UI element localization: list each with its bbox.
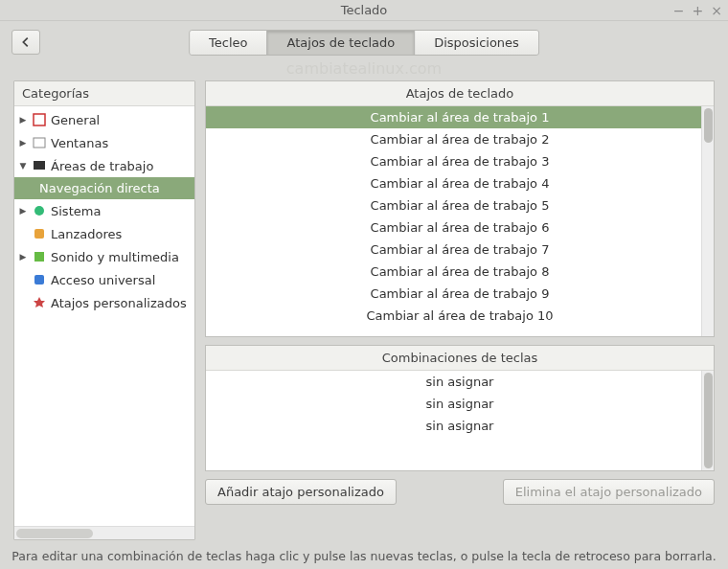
shortcut-row[interactable]: Cambiar al área de trabajo 5 <box>206 194 714 216</box>
sidebar-item-access[interactable]: Acceso universal <box>14 268 194 291</box>
tab-layouts[interactable]: Disposiciones <box>414 30 539 56</box>
chevron-right-icon: ▶ <box>18 252 28 262</box>
sidebar-item-label: Ventanas <box>51 136 108 150</box>
sidebar-item-direct-nav[interactable]: Navegación directa <box>14 177 194 199</box>
chevron-down-icon: ▼ <box>18 161 28 171</box>
shortcut-row[interactable]: Cambiar al área de trabajo 4 <box>206 172 714 194</box>
expander-spacer <box>18 298 28 307</box>
tab-shortcuts[interactable]: Atajos de teclado <box>267 30 416 56</box>
svg-rect-0 <box>34 114 45 125</box>
shortcut-row[interactable]: Cambiar al área de trabajo 10 <box>206 305 714 327</box>
combo-row[interactable]: sin asignar <box>206 393 714 415</box>
button-row: Añadir atajo personalizado Elimina el at… <box>205 479 715 505</box>
sidebar-item-launchers[interactable]: Lanzadores <box>14 222 194 245</box>
shortcuts-panel: Atajos de teclado Cambiar al área de tra… <box>205 80 715 337</box>
tab-typing[interactable]: Tecleo <box>189 30 267 56</box>
sidebar-item-sound[interactable]: ▶ Sonido y multimedia <box>14 245 194 268</box>
shortcut-row[interactable]: Cambiar al área de trabajo 6 <box>206 216 714 239</box>
shortcut-row[interactable]: Cambiar al área de trabajo 1 <box>206 106 714 128</box>
general-icon <box>32 112 47 127</box>
shortcut-row[interactable]: Cambiar al área de trabajo 8 <box>206 261 714 283</box>
sidebar-item-label: General <box>51 113 100 127</box>
right-column: Atajos de teclado Cambiar al área de tra… <box>205 80 715 540</box>
sidebar-item-general[interactable]: ▶ General <box>14 108 194 131</box>
shortcut-row[interactable]: Cambiar al área de trabajo 3 <box>206 150 714 172</box>
sidebar-item-label: Áreas de trabajo <box>51 159 153 173</box>
shortcuts-vertical-scrollbar[interactable] <box>701 106 714 336</box>
sidebar-item-custom[interactable]: Atajos personalizados <box>14 291 194 314</box>
sidebar-item-label: Sistema <box>51 204 101 218</box>
windows-icon <box>32 135 47 150</box>
toolbar: Tecleo Atajos de teclado Disposiciones <box>0 21 728 63</box>
shortcuts-header: Atajos de teclado <box>206 81 714 106</box>
combos-header: Combinaciones de teclas <box>206 346 714 371</box>
svg-rect-1 <box>34 138 45 148</box>
shortcut-row[interactable]: Cambiar al área de trabajo 7 <box>206 239 714 261</box>
sidebar-item-windows[interactable]: ▶ Ventanas <box>14 131 194 154</box>
shortcut-row[interactable]: Cambiar al área de trabajo 9 <box>206 283 714 305</box>
combos-vertical-scrollbar[interactable] <box>701 371 714 470</box>
back-arrow-icon <box>19 35 33 49</box>
sound-icon <box>32 249 47 264</box>
shortcut-row[interactable]: Cambiar al área de trabajo 2 <box>206 128 714 150</box>
chevron-right-icon: ▶ <box>18 206 28 216</box>
workspace-icon <box>32 158 47 173</box>
sidebar-item-workspaces[interactable]: ▼ Áreas de trabajo <box>14 154 194 177</box>
sidebar-item-label: Lanzadores <box>51 227 122 241</box>
sidebar-header: Categorías <box>14 81 194 106</box>
content: Categorías ▶ General ▶ Ventanas ▼ Áreas … <box>13 80 715 540</box>
combos-list: sin asignar sin asignar sin asignar <box>206 371 714 470</box>
combo-row[interactable]: sin asignar <box>206 415 714 437</box>
access-icon <box>32 272 47 287</box>
svg-point-3 <box>34 206 44 216</box>
custom-icon <box>32 295 47 310</box>
window-controls: − + × <box>673 0 722 21</box>
close-icon[interactable]: × <box>711 3 722 18</box>
tab-bar: Tecleo Atajos de teclado Disposiciones <box>189 30 539 56</box>
svg-rect-6 <box>34 275 44 284</box>
sidebar-item-label: Acceso universal <box>51 273 155 287</box>
add-custom-shortcut-button[interactable]: Añadir atajo personalizado <box>205 479 397 505</box>
svg-rect-2 <box>34 161 45 170</box>
combos-panel: Combinaciones de teclas sin asignar sin … <box>205 345 715 471</box>
scrollbar-thumb[interactable] <box>704 108 713 143</box>
sidebar-item-label: Atajos personalizados <box>51 296 187 310</box>
titlebar: Teclado − + × <box>0 0 728 21</box>
chevron-right-icon: ▶ <box>18 138 28 148</box>
back-button[interactable] <box>11 30 40 55</box>
sidebar-item-label: Navegación directa <box>39 181 160 195</box>
minimize-icon[interactable]: − <box>673 3 685 18</box>
maximize-icon[interactable]: + <box>693 3 704 18</box>
sidebar-item-label: Sonido y multimedia <box>51 250 179 264</box>
expander-spacer <box>18 229 28 239</box>
sidebar-horizontal-scrollbar[interactable] <box>14 526 194 539</box>
scrollbar-thumb[interactable] <box>704 373 713 468</box>
chevron-right-icon: ▶ <box>18 115 28 125</box>
launchers-icon <box>32 226 47 241</box>
hint-text: Para editar una combinación de teclas ha… <box>0 549 728 563</box>
category-tree: ▶ General ▶ Ventanas ▼ Áreas de trabajo … <box>14 106 194 526</box>
shortcuts-list: Cambiar al área de trabajo 1 Cambiar al … <box>206 106 714 336</box>
sidebar-item-system[interactable]: ▶ Sistema <box>14 199 194 222</box>
scrollbar-thumb[interactable] <box>16 529 93 538</box>
svg-rect-5 <box>34 252 44 262</box>
sidebar: Categorías ▶ General ▶ Ventanas ▼ Áreas … <box>13 80 195 540</box>
expander-spacer <box>18 275 28 284</box>
window-title: Teclado <box>341 3 388 17</box>
combo-row[interactable]: sin asignar <box>206 371 714 393</box>
remove-custom-shortcut-button: Elimina el atajo personalizado <box>503 479 715 505</box>
system-icon <box>32 203 47 218</box>
svg-rect-4 <box>34 229 44 239</box>
